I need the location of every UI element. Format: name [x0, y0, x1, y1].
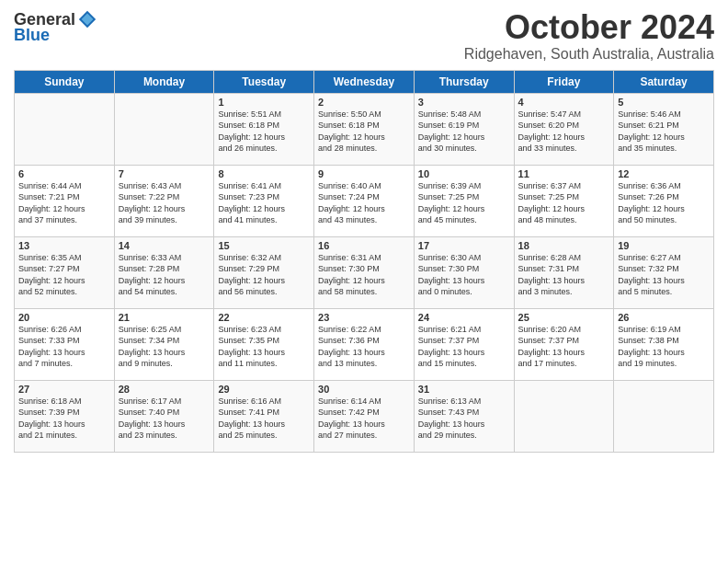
day-number: 10 — [418, 168, 510, 179]
page-container: General Blue October 2024 Ridgehaven, So… — [0, 0, 728, 462]
calendar-cell — [614, 380, 714, 452]
day-number: 25 — [518, 312, 610, 323]
day-info: Sunrise: 5:47 AM Sunset: 6:20 PM Dayligh… — [518, 109, 610, 155]
day-number: 3 — [418, 97, 510, 108]
day-info: Sunrise: 6:28 AM Sunset: 7:31 PM Dayligh… — [518, 252, 610, 298]
day-info: Sunrise: 6:18 AM Sunset: 7:39 PM Dayligh… — [18, 396, 110, 442]
weekday-header-saturday: Saturday — [614, 70, 714, 93]
calendar-cell: 18Sunrise: 6:28 AM Sunset: 7:31 PM Dayli… — [514, 236, 614, 308]
day-number: 28 — [119, 384, 210, 395]
day-number: 26 — [618, 312, 710, 323]
calendar-cell: 14Sunrise: 6:33 AM Sunset: 7:28 PM Dayli… — [114, 236, 214, 308]
day-info: Sunrise: 6:37 AM Sunset: 7:25 PM Dayligh… — [518, 180, 610, 226]
day-number: 15 — [218, 240, 310, 251]
calendar-cell: 8Sunrise: 6:41 AM Sunset: 7:23 PM Daylig… — [214, 165, 314, 236]
day-number: 13 — [18, 240, 110, 251]
day-number: 23 — [318, 312, 410, 323]
day-info: Sunrise: 6:30 AM Sunset: 7:30 PM Dayligh… — [418, 252, 510, 298]
day-info: Sunrise: 6:23 AM Sunset: 7:35 PM Dayligh… — [218, 324, 310, 370]
day-number: 29 — [218, 384, 310, 395]
calendar-cell: 17Sunrise: 6:30 AM Sunset: 7:30 PM Dayli… — [414, 236, 514, 308]
calendar-cell: 9Sunrise: 6:40 AM Sunset: 7:24 PM Daylig… — [314, 165, 415, 236]
day-info: Sunrise: 6:40 AM Sunset: 7:24 PM Dayligh… — [318, 180, 410, 226]
week-row-4: 20Sunrise: 6:26 AM Sunset: 7:33 PM Dayli… — [15, 308, 714, 380]
calendar-cell: 20Sunrise: 6:26 AM Sunset: 7:33 PM Dayli… — [15, 308, 115, 380]
weekday-header-friday: Friday — [514, 70, 614, 93]
day-info: Sunrise: 6:36 AM Sunset: 7:26 PM Dayligh… — [618, 180, 710, 226]
day-info: Sunrise: 5:50 AM Sunset: 6:18 PM Dayligh… — [318, 109, 410, 155]
day-number: 19 — [618, 240, 710, 251]
header: General Blue October 2024 Ridgehaven, So… — [14, 9, 714, 63]
day-number: 20 — [18, 312, 110, 323]
day-number: 22 — [218, 312, 310, 323]
week-row-5: 27Sunrise: 6:18 AM Sunset: 7:39 PM Dayli… — [15, 380, 714, 452]
day-number: 5 — [618, 97, 710, 108]
calendar-cell: 26Sunrise: 6:19 AM Sunset: 7:38 PM Dayli… — [614, 308, 714, 380]
day-info: Sunrise: 6:27 AM Sunset: 7:32 PM Dayligh… — [618, 252, 710, 298]
day-number: 12 — [618, 168, 710, 179]
day-info: Sunrise: 6:19 AM Sunset: 7:38 PM Dayligh… — [618, 324, 710, 370]
calendar-cell: 11Sunrise: 6:37 AM Sunset: 7:25 PM Dayli… — [514, 165, 614, 236]
calendar-cell: 15Sunrise: 6:32 AM Sunset: 7:29 PM Dayli… — [214, 236, 314, 308]
weekday-header-thursday: Thursday — [414, 70, 514, 93]
calendar-cell: 23Sunrise: 6:22 AM Sunset: 7:36 PM Dayli… — [314, 308, 415, 380]
day-number: 6 — [18, 168, 110, 179]
day-info: Sunrise: 6:25 AM Sunset: 7:34 PM Dayligh… — [119, 324, 210, 370]
calendar-table: SundayMondayTuesdayWednesdayThursdayFrid… — [14, 70, 714, 453]
weekday-header-sunday: Sunday — [15, 70, 115, 93]
day-info: Sunrise: 5:48 AM Sunset: 6:19 PM Dayligh… — [418, 109, 510, 155]
calendar-cell: 13Sunrise: 6:35 AM Sunset: 7:27 PM Dayli… — [15, 236, 115, 308]
day-number: 9 — [318, 168, 410, 179]
day-number: 31 — [418, 384, 510, 395]
calendar-cell: 28Sunrise: 6:17 AM Sunset: 7:40 PM Dayli… — [114, 380, 214, 452]
day-info: Sunrise: 6:44 AM Sunset: 7:21 PM Dayligh… — [18, 180, 110, 226]
calendar-cell: 16Sunrise: 6:31 AM Sunset: 7:30 PM Dayli… — [314, 236, 415, 308]
day-info: Sunrise: 6:39 AM Sunset: 7:25 PM Dayligh… — [418, 180, 510, 226]
day-number: 8 — [218, 168, 310, 179]
day-info: Sunrise: 6:43 AM Sunset: 7:22 PM Dayligh… — [119, 180, 210, 226]
day-info: Sunrise: 5:46 AM Sunset: 6:21 PM Dayligh… — [618, 109, 710, 155]
calendar-cell: 22Sunrise: 6:23 AM Sunset: 7:35 PM Dayli… — [214, 308, 314, 380]
title-section: October 2024 Ridgehaven, South Australia… — [464, 9, 714, 63]
calendar-cell: 6Sunrise: 6:44 AM Sunset: 7:21 PM Daylig… — [15, 165, 115, 236]
calendar-cell: 29Sunrise: 6:16 AM Sunset: 7:41 PM Dayli… — [214, 380, 314, 452]
calendar-cell — [15, 93, 115, 165]
day-info: Sunrise: 5:51 AM Sunset: 6:18 PM Dayligh… — [218, 109, 310, 155]
calendar-cell: 21Sunrise: 6:25 AM Sunset: 7:34 PM Dayli… — [114, 308, 214, 380]
calendar-cell — [114, 93, 214, 165]
day-info: Sunrise: 6:17 AM Sunset: 7:40 PM Dayligh… — [119, 396, 210, 442]
month-title: October 2024 — [464, 9, 714, 46]
week-row-2: 6Sunrise: 6:44 AM Sunset: 7:21 PM Daylig… — [15, 165, 714, 236]
day-number: 16 — [318, 240, 410, 251]
weekday-header-row: SundayMondayTuesdayWednesdayThursdayFrid… — [15, 70, 714, 93]
calendar-cell: 30Sunrise: 6:14 AM Sunset: 7:42 PM Dayli… — [314, 380, 415, 452]
day-info: Sunrise: 6:14 AM Sunset: 7:42 PM Dayligh… — [318, 396, 410, 442]
calendar-cell: 31Sunrise: 6:13 AM Sunset: 7:43 PM Dayli… — [414, 380, 514, 452]
day-number: 27 — [18, 384, 110, 395]
calendar-cell: 27Sunrise: 6:18 AM Sunset: 7:39 PM Dayli… — [15, 380, 115, 452]
logo: General Blue — [14, 9, 97, 45]
location: Ridgehaven, South Australia, Australia — [464, 46, 714, 63]
day-number: 17 — [418, 240, 510, 251]
calendar-cell — [514, 380, 614, 452]
day-info: Sunrise: 6:21 AM Sunset: 7:37 PM Dayligh… — [418, 324, 510, 370]
day-info: Sunrise: 6:22 AM Sunset: 7:36 PM Dayligh… — [318, 324, 410, 370]
calendar-cell: 3Sunrise: 5:48 AM Sunset: 6:19 PM Daylig… — [414, 93, 514, 165]
day-number: 1 — [218, 97, 310, 108]
day-number: 30 — [318, 384, 410, 395]
day-info: Sunrise: 6:26 AM Sunset: 7:33 PM Dayligh… — [18, 324, 110, 370]
week-row-1: 1Sunrise: 5:51 AM Sunset: 6:18 PM Daylig… — [15, 93, 714, 165]
day-number: 11 — [518, 168, 610, 179]
day-info: Sunrise: 6:35 AM Sunset: 7:27 PM Dayligh… — [18, 252, 110, 298]
day-number: 7 — [119, 168, 210, 179]
calendar-cell: 19Sunrise: 6:27 AM Sunset: 7:32 PM Dayli… — [614, 236, 714, 308]
calendar-cell: 25Sunrise: 6:20 AM Sunset: 7:37 PM Dayli… — [514, 308, 614, 380]
calendar-cell: 1Sunrise: 5:51 AM Sunset: 6:18 PM Daylig… — [214, 93, 314, 165]
day-info: Sunrise: 6:20 AM Sunset: 7:37 PM Dayligh… — [518, 324, 610, 370]
weekday-header-tuesday: Tuesday — [214, 70, 314, 93]
week-row-3: 13Sunrise: 6:35 AM Sunset: 7:27 PM Dayli… — [15, 236, 714, 308]
day-info: Sunrise: 6:33 AM Sunset: 7:28 PM Dayligh… — [119, 252, 210, 298]
day-info: Sunrise: 6:31 AM Sunset: 7:30 PM Dayligh… — [318, 252, 410, 298]
calendar-cell: 12Sunrise: 6:36 AM Sunset: 7:26 PM Dayli… — [614, 165, 714, 236]
calendar-cell: 7Sunrise: 6:43 AM Sunset: 7:22 PM Daylig… — [114, 165, 214, 236]
